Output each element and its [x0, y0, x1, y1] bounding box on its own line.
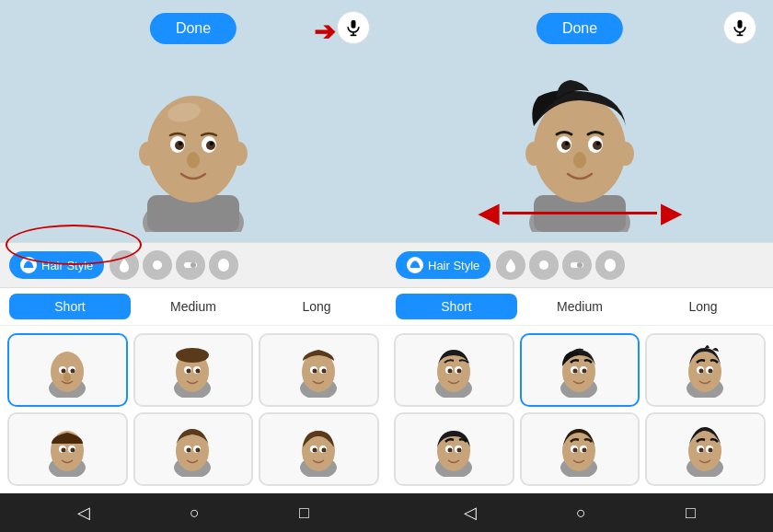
svg-point-97	[447, 369, 452, 374]
home-nav-left[interactable]: ○	[190, 503, 200, 523]
cat-icon-head-left[interactable]	[209, 250, 238, 280]
hair-style-tab-right[interactable]: Hair Style	[396, 251, 490, 279]
hair-cell-1-0-right[interactable]	[394, 412, 514, 486]
short-tab-left[interactable]: Short	[9, 294, 131, 319]
svg-point-15	[187, 152, 200, 168]
svg-point-19	[190, 262, 196, 268]
hair-style-icon-right	[407, 257, 423, 273]
svg-point-29	[63, 373, 71, 382]
nav-bar-right: ◁ ○ □	[386, 493, 773, 532]
cat-icon-circle-right[interactable]	[529, 250, 559, 280]
svg-point-114	[709, 369, 713, 374]
svg-point-89	[577, 262, 583, 268]
svg-point-122	[456, 448, 461, 453]
svg-point-78	[525, 142, 542, 166]
hair-cell-1-1-right[interactable]	[520, 412, 640, 486]
svg-point-121	[447, 448, 452, 453]
right-arrow-right: ▶	[661, 198, 681, 228]
svg-point-7	[139, 142, 156, 166]
back-nav-left[interactable]: ◁	[77, 503, 90, 523]
cat-icon-water-left[interactable]	[110, 250, 139, 280]
category-row-left: Hair Style	[0, 243, 386, 288]
svg-point-37	[187, 369, 191, 374]
svg-point-14	[210, 142, 213, 145]
svg-point-77	[534, 96, 626, 202]
done-button-right[interactable]: Done	[536, 13, 623, 44]
svg-point-53	[61, 448, 65, 453]
bald-avatar-svg	[115, 62, 271, 232]
hair-cell-0-2-left[interactable]	[259, 333, 379, 407]
back-nav-right[interactable]: ◁	[464, 503, 477, 523]
svg-point-129	[573, 448, 578, 453]
long-tab-right[interactable]: Long	[642, 294, 764, 319]
svg-point-13	[179, 142, 182, 145]
cat-icon-water-right[interactable]	[496, 250, 525, 280]
svg-point-69	[313, 448, 317, 453]
svg-point-20	[218, 259, 229, 272]
length-tabs-left: Short Medium Long	[0, 288, 386, 326]
nav-bar-left: ◁ ○ □	[0, 493, 386, 532]
bottom-panel-right: Hair Style Short Medium Long	[386, 242, 773, 493]
medium-tab-left[interactable]: Medium	[133, 294, 254, 319]
svg-point-86	[573, 152, 586, 168]
hair-cell-1-1-left[interactable]	[133, 412, 254, 486]
arrow-bar	[502, 212, 657, 214]
svg-point-17	[153, 260, 162, 270]
svg-point-106	[583, 369, 587, 374]
svg-point-8	[231, 142, 248, 166]
hair-style-icon-left	[20, 257, 37, 273]
svg-point-28	[70, 369, 75, 374]
category-icons-right	[496, 250, 625, 280]
bottom-panel-left: Hair Style Short Medium Long	[0, 242, 386, 493]
svg-point-62	[196, 448, 201, 453]
hair-cell-0-0-right[interactable]	[394, 333, 514, 407]
svg-point-130	[583, 448, 587, 453]
svg-point-84	[565, 142, 569, 145]
hair-cell-0-1-left[interactable]	[133, 333, 254, 407]
right-panel: Done	[386, 0, 773, 532]
svg-point-138	[709, 448, 713, 453]
done-button-left[interactable]: Done	[150, 13, 237, 44]
svg-point-45	[313, 369, 317, 374]
svg-point-87	[539, 260, 548, 270]
home-nav-right[interactable]: ○	[576, 503, 586, 523]
swipe-arrows-right: ◀ ▶	[479, 198, 681, 228]
svg-point-90	[605, 259, 616, 272]
svg-point-61	[187, 448, 191, 453]
svg-point-27	[61, 369, 65, 374]
hair-grid-right	[386, 326, 773, 493]
left-panel: Done ➔	[0, 0, 386, 532]
avatar-left	[115, 62, 271, 232]
square-nav-left[interactable]: □	[299, 503, 309, 523]
hair-grid-left	[0, 326, 386, 493]
svg-point-98	[456, 369, 461, 374]
medium-tab-right[interactable]: Medium	[519, 294, 640, 319]
svg-point-85	[596, 142, 600, 145]
hair-cell-1-0-left[interactable]	[7, 412, 128, 486]
square-nav-right[interactable]: □	[686, 503, 696, 523]
short-tab-right[interactable]: Short	[396, 294, 517, 319]
hair-cell-0-1-right[interactable]	[520, 333, 640, 407]
cat-icon-toggle-right[interactable]	[562, 250, 592, 280]
hair-cell-0-2-right[interactable]	[645, 333, 766, 407]
hair-cell-1-2-left[interactable]	[259, 412, 379, 486]
cat-icon-head-right[interactable]	[595, 250, 625, 280]
cat-icon-toggle-left[interactable]	[176, 250, 205, 280]
hair-style-tab-left[interactable]: Hair Style	[9, 251, 104, 279]
svg-point-38	[196, 369, 201, 374]
svg-point-46	[322, 369, 327, 374]
avatar-right: ◀ ▶	[502, 62, 658, 232]
svg-point-54	[70, 448, 75, 453]
cat-icon-circle-left[interactable]	[143, 250, 172, 280]
category-row-right: Hair Style	[386, 243, 773, 288]
svg-point-113	[699, 369, 704, 374]
hair-style-label-left: Hair Style	[41, 259, 93, 272]
hair-cell-0-0-left[interactable]	[7, 333, 128, 407]
hair-cell-1-2-right[interactable]	[645, 412, 766, 486]
length-tabs-right: Short Medium Long	[386, 288, 773, 326]
svg-point-70	[322, 448, 327, 453]
svg-point-34	[176, 348, 209, 363]
hair-style-label-right: Hair Style	[428, 259, 479, 272]
svg-point-79	[617, 142, 634, 166]
long-tab-left[interactable]: Long	[256, 294, 377, 319]
